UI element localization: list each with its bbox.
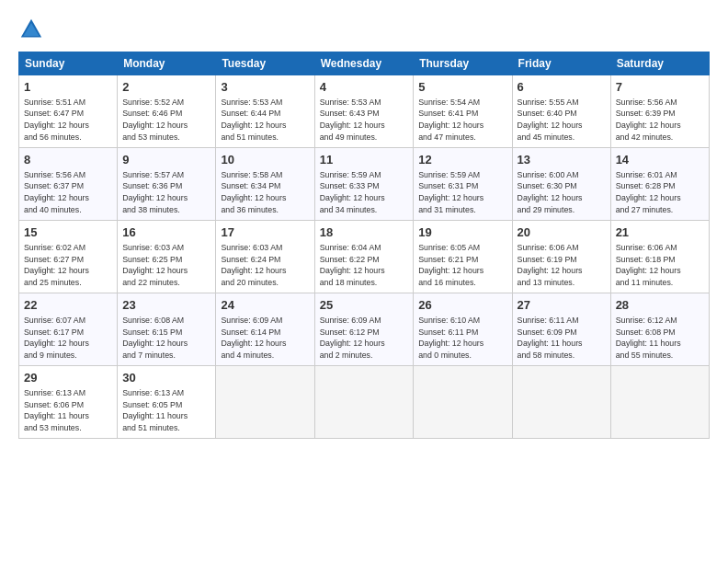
table-row: 15Sunrise: 6:02 AM Sunset: 6:27 PM Dayli… [19,221,118,293]
day-number: 30 [122,370,210,386]
day-info: Sunrise: 6:13 AM Sunset: 6:05 PM Dayligh… [122,388,188,433]
day-info: Sunrise: 5:56 AM Sunset: 6:39 PM Dayligh… [616,98,681,143]
table-row: 18Sunrise: 6:04 AM Sunset: 6:22 PM Dayli… [314,221,414,293]
day-number: 1 [24,79,112,96]
day-number: 12 [418,152,506,168]
table-row: 14Sunrise: 6:01 AM Sunset: 6:28 PM Dayli… [610,148,709,221]
day-info: Sunrise: 5:58 AM Sunset: 6:34 PM Dayligh… [221,170,286,215]
table-row: 13Sunrise: 6:00 AM Sunset: 6:30 PM Dayli… [512,148,610,221]
day-number: 9 [122,152,210,168]
page: Sunday Monday Tuesday Wednesday Thursday… [0,0,728,448]
table-row [314,366,414,439]
day-info: Sunrise: 6:12 AM Sunset: 6:08 PM Dayligh… [616,316,681,361]
table-row: 11Sunrise: 5:59 AM Sunset: 6:33 PM Dayli… [314,148,414,221]
table-row: 26Sunrise: 6:10 AM Sunset: 6:11 PM Dayli… [414,293,512,366]
day-info: Sunrise: 6:11 AM Sunset: 6:09 PM Dayligh… [518,316,583,361]
table-row: 28Sunrise: 6:12 AM Sunset: 6:08 PM Dayli… [610,293,709,366]
day-number: 10 [221,152,309,168]
day-info: Sunrise: 5:53 AM Sunset: 6:44 PM Dayligh… [221,98,286,143]
day-number: 16 [122,224,210,241]
table-row: 8Sunrise: 5:56 AM Sunset: 6:37 PM Daylig… [19,148,118,221]
table-row [610,366,709,439]
table-row [512,366,610,439]
day-number: 18 [320,224,409,241]
day-info: Sunrise: 6:08 AM Sunset: 6:15 PM Dayligh… [122,316,188,361]
col-friday: Friday [512,52,610,75]
day-info: Sunrise: 5:51 AM Sunset: 6:47 PM Dayligh… [24,98,89,143]
table-row: 21Sunrise: 6:06 AM Sunset: 6:18 PM Dayli… [610,221,709,293]
table-row: 5Sunrise: 5:54 AM Sunset: 6:41 PM Daylig… [414,75,512,148]
table-row [414,366,512,439]
day-number: 8 [24,152,112,168]
day-info: Sunrise: 6:05 AM Sunset: 6:21 PM Dayligh… [418,243,483,288]
day-number: 15 [24,224,112,241]
day-info: Sunrise: 5:52 AM Sunset: 6:46 PM Dayligh… [122,98,188,143]
day-number: 28 [616,297,704,314]
table-row: 7Sunrise: 5:56 AM Sunset: 6:39 PM Daylig… [610,75,709,148]
day-number: 23 [122,297,210,314]
logo-icon [18,17,44,42]
day-number: 3 [221,79,309,96]
day-number: 17 [221,224,309,241]
table-row: 30Sunrise: 6:13 AM Sunset: 6:05 PM Dayli… [118,366,216,439]
table-row: 17Sunrise: 6:03 AM Sunset: 6:24 PM Dayli… [216,221,314,293]
day-number: 26 [418,297,506,314]
table-row: 19Sunrise: 6:05 AM Sunset: 6:21 PM Dayli… [414,221,512,293]
day-info: Sunrise: 6:09 AM Sunset: 6:12 PM Dayligh… [320,316,385,361]
day-info: Sunrise: 6:09 AM Sunset: 6:14 PM Dayligh… [221,316,286,361]
day-number: 19 [418,224,506,241]
table-row: 22Sunrise: 6:07 AM Sunset: 6:17 PM Dayli… [19,293,118,366]
day-info: Sunrise: 6:02 AM Sunset: 6:27 PM Dayligh… [24,243,89,288]
day-number: 22 [24,297,112,314]
table-row: 1Sunrise: 5:51 AM Sunset: 6:47 PM Daylig… [19,75,118,148]
calendar-week-1: 1Sunrise: 5:51 AM Sunset: 6:47 PM Daylig… [19,75,710,148]
table-row: 12Sunrise: 5:59 AM Sunset: 6:31 PM Dayli… [414,148,512,221]
day-number: 13 [518,152,606,168]
table-row: 4Sunrise: 5:53 AM Sunset: 6:43 PM Daylig… [314,75,414,148]
calendar-week-4: 22Sunrise: 6:07 AM Sunset: 6:17 PM Dayli… [19,293,710,366]
table-row [216,366,314,439]
day-number: 29 [24,370,112,386]
table-row: 24Sunrise: 6:09 AM Sunset: 6:14 PM Dayli… [216,293,314,366]
calendar-week-2: 8Sunrise: 5:56 AM Sunset: 6:37 PM Daylig… [19,148,710,221]
day-info: Sunrise: 6:10 AM Sunset: 6:11 PM Dayligh… [418,316,483,361]
col-sunday: Sunday [19,52,118,75]
header [18,17,710,42]
col-wednesday: Wednesday [314,52,414,75]
day-info: Sunrise: 6:04 AM Sunset: 6:22 PM Dayligh… [320,243,385,288]
calendar-table: Sunday Monday Tuesday Wednesday Thursday… [18,52,710,439]
col-monday: Monday [118,52,216,75]
col-thursday: Thursday [414,52,512,75]
table-row: 9Sunrise: 5:57 AM Sunset: 6:36 PM Daylig… [118,148,216,221]
day-number: 20 [518,224,606,241]
table-row: 10Sunrise: 5:58 AM Sunset: 6:34 PM Dayli… [216,148,314,221]
table-row: 16Sunrise: 6:03 AM Sunset: 6:25 PM Dayli… [118,221,216,293]
col-saturday: Saturday [610,52,709,75]
day-number: 4 [320,79,409,96]
day-info: Sunrise: 5:54 AM Sunset: 6:41 PM Dayligh… [418,98,483,143]
table-row: 25Sunrise: 6:09 AM Sunset: 6:12 PM Dayli… [314,293,414,366]
table-row: 3Sunrise: 5:53 AM Sunset: 6:44 PM Daylig… [216,75,314,148]
day-info: Sunrise: 6:00 AM Sunset: 6:30 PM Dayligh… [518,170,583,215]
day-info: Sunrise: 6:01 AM Sunset: 6:28 PM Dayligh… [616,170,681,215]
day-number: 21 [616,224,704,241]
day-number: 14 [616,152,704,168]
table-row: 20Sunrise: 6:06 AM Sunset: 6:19 PM Dayli… [512,221,610,293]
calendar-header-row: Sunday Monday Tuesday Wednesday Thursday… [19,52,710,75]
day-number: 25 [320,297,409,314]
calendar-week-3: 15Sunrise: 6:02 AM Sunset: 6:27 PM Dayli… [19,221,710,293]
table-row: 23Sunrise: 6:08 AM Sunset: 6:15 PM Dayli… [118,293,216,366]
table-row: 6Sunrise: 5:55 AM Sunset: 6:40 PM Daylig… [512,75,610,148]
day-number: 27 [518,297,606,314]
day-info: Sunrise: 6:03 AM Sunset: 6:24 PM Dayligh… [221,243,286,288]
day-info: Sunrise: 6:07 AM Sunset: 6:17 PM Dayligh… [24,316,89,361]
table-row: 27Sunrise: 6:11 AM Sunset: 6:09 PM Dayli… [512,293,610,366]
day-info: Sunrise: 5:56 AM Sunset: 6:37 PM Dayligh… [24,170,89,215]
table-row: 2Sunrise: 5:52 AM Sunset: 6:46 PM Daylig… [118,75,216,148]
day-info: Sunrise: 5:59 AM Sunset: 6:31 PM Dayligh… [418,170,483,215]
day-info: Sunrise: 5:57 AM Sunset: 6:36 PM Dayligh… [122,170,188,215]
day-info: Sunrise: 6:03 AM Sunset: 6:25 PM Dayligh… [122,243,188,288]
calendar-week-5: 29Sunrise: 6:13 AM Sunset: 6:06 PM Dayli… [19,366,710,439]
day-info: Sunrise: 5:59 AM Sunset: 6:33 PM Dayligh… [320,170,385,215]
col-tuesday: Tuesday [216,52,314,75]
